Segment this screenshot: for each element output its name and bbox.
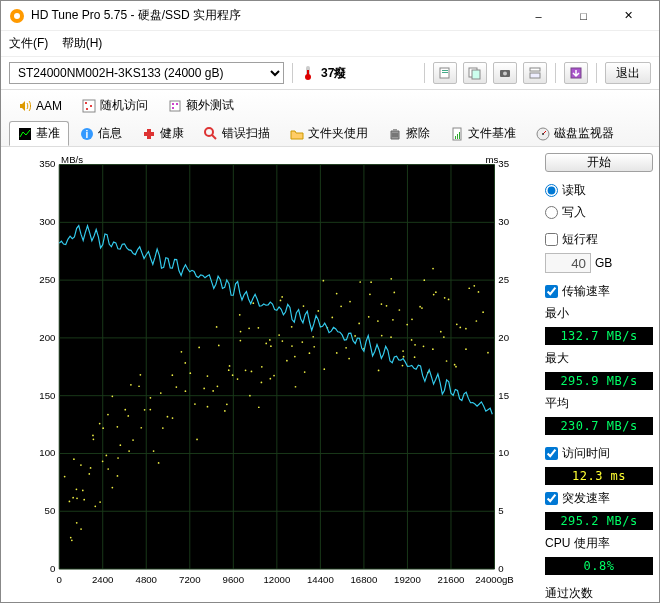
menu-file[interactable]: 文件(F): [9, 36, 48, 50]
svg-point-205: [435, 291, 437, 293]
svg-point-156: [303, 305, 305, 307]
app-icon: [9, 8, 25, 24]
svg-point-86: [107, 414, 109, 416]
window-title: HD Tune Pro 5.75 - 硬盘/SSD 实用程序: [31, 7, 516, 24]
start-button[interactable]: 开始: [545, 153, 653, 172]
random-icon: [82, 99, 96, 113]
svg-text:21600: 21600: [438, 574, 465, 585]
tab-filebase[interactable]: 文件基准: [441, 121, 525, 146]
svg-point-170: [345, 347, 347, 349]
close-button[interactable]: ✕: [606, 2, 651, 30]
min-value: 132.7 MB/s: [545, 327, 653, 345]
short-trip-check[interactable]: 短行程: [545, 231, 653, 248]
tab-erase[interactable]: 擦除: [379, 121, 439, 146]
svg-point-76: [102, 460, 104, 462]
svg-point-17: [90, 105, 92, 107]
svg-point-118: [207, 406, 209, 408]
copy-info-button[interactable]: [433, 62, 457, 84]
tab-monitor[interactable]: 磁盘监视器: [527, 121, 623, 146]
svg-point-81: [107, 468, 109, 470]
svg-text:7200: 7200: [179, 574, 200, 585]
svg-point-160: [312, 336, 314, 338]
tab-random[interactable]: 随机访问: [73, 93, 157, 118]
copy-screenshot-button[interactable]: [463, 62, 487, 84]
tab-info[interactable]: i信息: [71, 121, 131, 146]
svg-point-172: [349, 301, 351, 303]
svg-text:i: i: [86, 129, 89, 140]
svg-point-101: [149, 409, 151, 411]
erase-icon: [388, 127, 402, 141]
write-radio[interactable]: 写入: [545, 204, 653, 221]
svg-point-104: [160, 392, 162, 394]
svg-point-71: [76, 488, 78, 490]
svg-text:24000gB: 24000gB: [475, 574, 514, 585]
tab-extra[interactable]: 额外测试: [159, 93, 243, 118]
svg-point-144: [278, 334, 280, 336]
tab-error[interactable]: 错误扫描: [195, 121, 279, 146]
tab-folder[interactable]: 文件夹使用: [281, 121, 377, 146]
svg-point-196: [423, 279, 425, 281]
svg-text:25: 25: [498, 274, 509, 285]
menu-help[interactable]: 帮助(H): [62, 36, 103, 50]
svg-rect-34: [455, 136, 456, 139]
svg-point-109: [175, 386, 177, 388]
cpu-value: 0.8%: [545, 557, 653, 575]
access-time-check[interactable]: 访问时间: [545, 445, 653, 462]
svg-point-92: [132, 439, 134, 441]
svg-point-80: [111, 487, 113, 489]
svg-point-108: [172, 417, 174, 419]
svg-point-222: [482, 311, 484, 313]
exit-button[interactable]: 退出: [605, 62, 651, 84]
burst-rate-check[interactable]: 突发速率: [545, 490, 653, 507]
svg-line-29: [212, 135, 216, 139]
svg-point-167: [336, 352, 338, 354]
svg-point-182: [381, 335, 383, 337]
svg-point-63: [70, 537, 72, 539]
svg-point-68: [80, 528, 82, 530]
speaker-icon: [18, 99, 32, 113]
tab-benchmark[interactable]: 基准: [9, 121, 69, 146]
svg-point-207: [433, 294, 435, 296]
svg-text:200: 200: [39, 332, 55, 343]
svg-point-157: [301, 341, 303, 343]
svg-point-208: [448, 299, 450, 301]
svg-point-116: [198, 347, 200, 349]
svg-point-73: [92, 435, 94, 437]
read-radio[interactable]: 读取: [545, 182, 653, 199]
svg-point-95: [130, 384, 132, 386]
svg-point-115: [196, 439, 198, 441]
drive-select[interactable]: ST24000NM002H-3KS133 (24000 gB): [9, 62, 284, 84]
svg-point-134: [245, 369, 247, 371]
svg-point-202: [423, 345, 425, 347]
svg-point-67: [73, 458, 75, 460]
svg-point-127: [224, 410, 226, 412]
svg-text:16800: 16800: [351, 574, 378, 585]
tab-health[interactable]: 健康: [133, 121, 193, 146]
svg-text:250: 250: [39, 274, 55, 285]
svg-point-114: [194, 403, 196, 405]
svg-rect-20: [172, 103, 174, 105]
svg-point-215: [459, 327, 461, 329]
tab-aam[interactable]: AAM: [9, 93, 71, 118]
svg-point-163: [323, 280, 325, 282]
svg-point-79: [90, 467, 92, 469]
svg-point-93: [128, 450, 130, 452]
svg-rect-4: [307, 70, 309, 77]
info-icon: i: [80, 127, 94, 141]
svg-point-212: [456, 323, 458, 325]
svg-text:2400: 2400: [92, 574, 113, 585]
options-button[interactable]: [523, 62, 547, 84]
svg-point-187: [386, 305, 388, 307]
svg-text:9600: 9600: [223, 574, 244, 585]
svg-point-117: [203, 388, 205, 390]
transfer-rate-check[interactable]: 传输速率: [545, 283, 653, 300]
minimize-button[interactable]: –: [516, 2, 561, 30]
svg-point-138: [252, 302, 254, 304]
save-screenshot-button[interactable]: [493, 62, 517, 84]
maximize-button[interactable]: □: [561, 2, 606, 30]
svg-text:0: 0: [57, 574, 62, 585]
svg-point-149: [282, 340, 284, 342]
svg-point-142: [261, 382, 263, 384]
save-button[interactable]: [564, 62, 588, 84]
svg-point-173: [354, 335, 356, 337]
